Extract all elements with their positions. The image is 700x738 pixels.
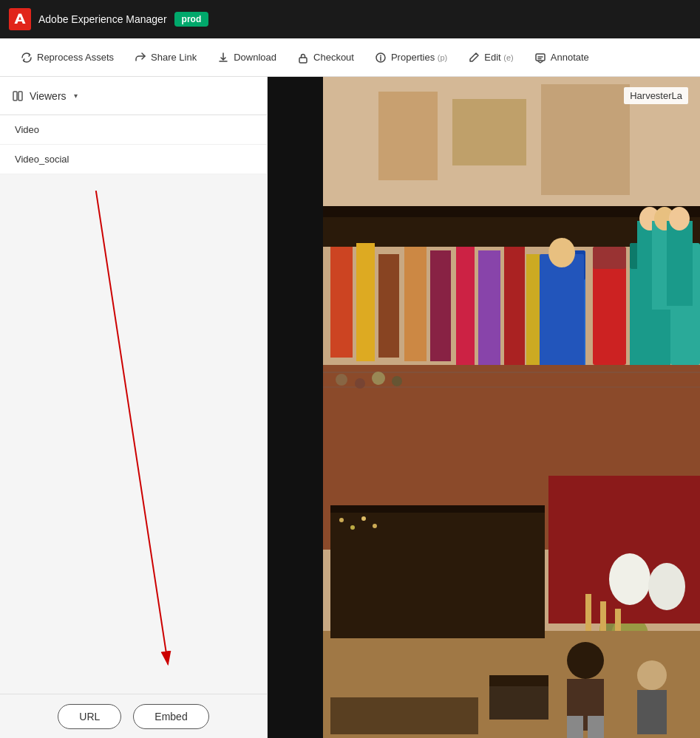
svg-rect-30: [378, 254, 399, 358]
svg-point-45: [392, 376, 402, 386]
svg-rect-33: [456, 247, 475, 365]
sidebar-header: Viewers ▾: [0, 77, 267, 115]
svg-point-67: [339, 518, 344, 522]
edit-label: Edit (e): [484, 52, 513, 63]
annotate-label: Annotate: [551, 52, 589, 63]
viewer-list: Video Video_social: [0, 115, 267, 694]
properties-button[interactable]: Properties (p): [366, 47, 456, 68]
embed-button[interactable]: Embed: [133, 704, 208, 729]
svg-point-38: [548, 238, 575, 267]
checkout-label: Checkout: [313, 52, 354, 63]
svg-rect-29: [356, 243, 375, 361]
download-label: Download: [234, 52, 276, 63]
svg-rect-60: [637, 690, 667, 734]
url-button[interactable]: URL: [58, 704, 121, 729]
svg-rect-12: [541, 84, 630, 195]
checkout-button[interactable]: Checkout: [288, 47, 363, 68]
viewer-item-video-social[interactable]: Video_social: [0, 145, 267, 174]
svg-rect-28: [330, 247, 353, 358]
svg-rect-11: [452, 99, 526, 165]
svg-rect-26: [667, 221, 693, 306]
env-badge: prod: [174, 12, 209, 27]
reprocess-icon: [21, 52, 33, 64]
sidebar: Viewers ▾ Video Video_social URL Embed: [0, 77, 268, 738]
svg-rect-35: [504, 247, 525, 365]
svg-point-68: [350, 525, 355, 530]
svg-rect-57: [567, 716, 583, 738]
toolbar: Reprocess Assets Share Link Download Che…: [0, 38, 700, 77]
lock-icon: [297, 52, 309, 64]
annotate-button[interactable]: Annotate: [526, 47, 598, 68]
svg-point-50: [648, 563, 685, 610]
svg-rect-3: [13, 92, 17, 100]
svg-rect-58: [588, 716, 604, 738]
svg-rect-31: [404, 247, 427, 361]
share-link-button[interactable]: Share Link: [126, 47, 205, 68]
share-link-label: Share Link: [151, 52, 197, 63]
svg-rect-0: [299, 58, 307, 63]
svg-rect-34: [478, 250, 500, 365]
svg-point-69: [361, 516, 366, 521]
svg-point-27: [669, 207, 690, 230]
svg-rect-65: [330, 505, 545, 638]
svg-rect-66: [330, 505, 545, 513]
aem-logo: [9, 8, 31, 30]
svg-point-43: [355, 378, 365, 389]
reprocess-assets-button[interactable]: Reprocess Assets: [12, 47, 123, 68]
edit-icon: [468, 52, 480, 64]
svg-rect-62: [489, 675, 548, 686]
svg-point-44: [372, 372, 385, 385]
svg-rect-7: [268, 77, 323, 738]
panel-icon: [12, 90, 24, 102]
adobe-logo-icon: [13, 13, 27, 26]
annotate-icon: [534, 52, 546, 64]
svg-rect-16: [593, 247, 626, 269]
market-scene-image: [268, 77, 700, 738]
share-icon: [135, 52, 146, 64]
svg-point-70: [373, 524, 377, 528]
edit-button[interactable]: Edit (e): [459, 47, 522, 68]
info-icon: [375, 52, 387, 64]
video-panel: HarvesterLa: [268, 77, 700, 738]
main-content: Viewers ▾ Video Video_social URL Embed: [0, 77, 700, 738]
properties-label: Properties (p): [391, 52, 447, 63]
asset-title: HarvesterLa: [624, 87, 688, 104]
viewer-item-video[interactable]: Video: [0, 115, 267, 145]
reprocess-assets-label: Reprocess Assets: [37, 52, 114, 63]
sidebar-footer: URL Embed: [0, 694, 267, 738]
download-button[interactable]: Download: [208, 47, 285, 68]
viewers-label: Viewers: [30, 90, 67, 102]
svg-point-55: [567, 642, 604, 679]
svg-rect-63: [330, 697, 478, 734]
chevron-down-icon[interactable]: ▾: [74, 92, 78, 100]
svg-rect-32: [430, 250, 451, 361]
top-bar: Adobe Experience Manager prod: [0, 0, 700, 38]
download-icon: [217, 52, 229, 64]
svg-rect-4: [18, 92, 22, 100]
svg-rect-10: [378, 92, 438, 180]
app-title: Adobe Experience Manager: [38, 13, 167, 25]
svg-point-42: [336, 374, 347, 386]
svg-point-59: [637, 660, 667, 690]
svg-point-49: [609, 553, 650, 605]
